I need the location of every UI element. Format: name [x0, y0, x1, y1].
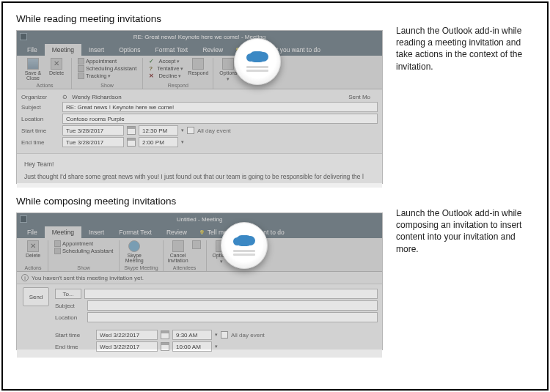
- tab-format-text[interactable]: Format Text: [111, 226, 159, 238]
- info-bar-text: You haven't sent this meeting invitation…: [32, 275, 144, 281]
- end-time-input[interactable]: 2:00 PM: [139, 137, 178, 147]
- tab-insert[interactable]: Insert: [81, 44, 111, 56]
- location-label: Location: [21, 116, 59, 122]
- tab-review[interactable]: Review: [159, 226, 194, 238]
- scheduling-assistant-button[interactable]: Scheduling Assistant: [53, 248, 114, 254]
- info-bar: i You haven't sent this meeting invitati…: [17, 272, 382, 284]
- cancel-invite-icon: [172, 240, 184, 252]
- allday-checkbox[interactable]: [187, 127, 194, 134]
- window-title: RE: Great news! Keynote here we come! - …: [133, 34, 266, 40]
- salesforce-cloud-icon[interactable]: [249, 51, 265, 62]
- titlebar: Untitled - Meeting: [17, 213, 382, 225]
- calendar-icon[interactable]: [161, 330, 169, 339]
- addr-book-icon: [192, 240, 201, 249]
- location-input[interactable]: Contoso rooms Purple: [62, 114, 378, 124]
- save-close-button[interactable]: Save & Close: [23, 58, 43, 81]
- respond-button[interactable]: Respond: [188, 58, 208, 75]
- scheduling-assistant-button[interactable]: Scheduling Assistant: [76, 65, 138, 72]
- calendar-icon[interactable]: [161, 342, 169, 351]
- scheduling-icon: [78, 65, 84, 72]
- appointment-button[interactable]: Appointment: [53, 240, 114, 247]
- to-button[interactable]: To...: [55, 289, 81, 299]
- section-reading: While reading meeting invitations RE: Gr…: [16, 12, 534, 184]
- end-time-input[interactable]: 10:00 AM: [172, 341, 212, 352]
- salesforce-cloud-icon[interactable]: [236, 235, 252, 246]
- end-date-input[interactable]: Tue 3/28/2017: [62, 137, 124, 147]
- start-time-label: Start time: [55, 332, 93, 339]
- section-heading-reading: While reading meeting invitations: [16, 13, 383, 24]
- appointment-button[interactable]: Appointment: [76, 58, 138, 64]
- options-icon: [222, 58, 234, 70]
- tab-format-text[interactable]: Format Text: [148, 44, 196, 56]
- tab-review[interactable]: Review: [195, 44, 230, 56]
- window-title: Untitled - Meeting: [177, 216, 223, 223]
- info-icon: i: [21, 274, 29, 281]
- organizer-value: Wendy Richardson: [72, 94, 121, 100]
- start-time-input[interactable]: 9:30 AM: [172, 330, 212, 340]
- subject-input[interactable]: RE: Great news ! Keynote here we come!: [62, 102, 378, 112]
- cancel-invitation-button[interactable]: Cancel Invitation: [168, 240, 188, 263]
- meeting-form: Organizer ⊙ Wendy Richardson Sent Mo Sub…: [17, 89, 382, 153]
- delete-icon: [51, 58, 62, 70]
- calendar-icon[interactable]: [127, 138, 136, 147]
- skype-icon: [128, 240, 140, 252]
- delete-icon: [27, 240, 39, 252]
- section-heading-composing: While composing meeting invitations: [16, 196, 383, 207]
- tracking-button[interactable]: Tracking ▾: [76, 73, 138, 79]
- addin-line-icon: [246, 66, 268, 68]
- group-show-label: Show: [53, 265, 114, 271]
- skype-meeting-button[interactable]: Skype Meeting: [124, 240, 144, 263]
- subject-label: Subject: [55, 303, 84, 309]
- ribbon-tabs: File Meeting Insert Format Text Review T…: [17, 225, 382, 238]
- caption-reading: Launch the Outlook add-in while reading …: [396, 12, 534, 184]
- ribbon: Save & Close Delete Actions Appointment …: [17, 56, 382, 89]
- tab-options[interactable]: Options: [111, 44, 147, 56]
- group-respond-label: Respond: [147, 83, 208, 89]
- section-composing: While composing meeting invitations Unti…: [16, 194, 534, 350]
- outlook-window-reading: RE: Great news! Keynote here we come! - …: [16, 30, 383, 184]
- appointment-icon: [78, 58, 84, 64]
- addr-book-button[interactable]: [191, 240, 202, 249]
- delete-button[interactable]: Delete: [23, 240, 43, 258]
- tab-insert[interactable]: Insert: [81, 226, 111, 238]
- subject-label: Subject: [21, 104, 59, 111]
- addin-highlight: [221, 222, 268, 269]
- decline-button[interactable]: ✕ Decline ▾: [147, 73, 185, 79]
- addin-line-icon: [233, 250, 255, 252]
- save-icon[interactable]: [20, 33, 27, 40]
- subject-input[interactable]: [87, 300, 378, 311]
- addin-line-icon: [233, 254, 255, 256]
- start-date-input[interactable]: Wed 3/22/2017: [96, 330, 158, 340]
- appointment-icon: [54, 240, 61, 247]
- end-date-input[interactable]: Wed 3/22/2017: [96, 341, 158, 352]
- accept-button[interactable]: ✓ Accept ▾: [147, 58, 185, 64]
- delete-button[interactable]: Delete: [46, 58, 67, 75]
- tentative-button[interactable]: ? Tentative ▾: [147, 65, 185, 72]
- start-date-input[interactable]: Tue 3/28/2017: [62, 125, 124, 136]
- addin-highlight: [234, 38, 281, 85]
- send-button[interactable]: Send: [23, 287, 49, 306]
- tab-file[interactable]: File: [20, 44, 45, 56]
- to-input[interactable]: [84, 289, 378, 299]
- message-body[interactable]: Hey Team! Just thought I'd share some gr…: [17, 153, 382, 188]
- tab-meeting[interactable]: Meeting: [45, 44, 81, 56]
- save-icon[interactable]: [20, 215, 27, 223]
- calendar-icon[interactable]: [127, 126, 136, 135]
- ribbon: Delete Actions Appointment Scheduling As…: [17, 238, 382, 272]
- tab-meeting[interactable]: Meeting: [45, 226, 81, 238]
- group-actions-label: Actions: [23, 83, 67, 89]
- compose-header: Send To... Subject Location: [17, 284, 382, 327]
- respond-icon: [192, 58, 204, 70]
- start-time-input[interactable]: 12:30 PM: [139, 125, 178, 136]
- allday-checkbox[interactable]: [221, 331, 228, 339]
- compose-times: Start time Wed 3/22/2017 9:30 AM▾ All da…: [17, 327, 382, 358]
- location-input[interactable]: [87, 312, 378, 322]
- tab-file[interactable]: File: [20, 226, 45, 238]
- start-time-label: Start time: [21, 127, 59, 134]
- caption-composing: Launch the Outlook add-in while composin…: [396, 194, 534, 350]
- body-line1: Just thought I'd share some great news w…: [24, 172, 375, 182]
- group-actions-label: Actions: [23, 265, 43, 271]
- end-time-label: End time: [55, 344, 93, 350]
- end-time-label: End time: [21, 139, 59, 146]
- group-skype-label: Skype Meeting: [124, 265, 158, 271]
